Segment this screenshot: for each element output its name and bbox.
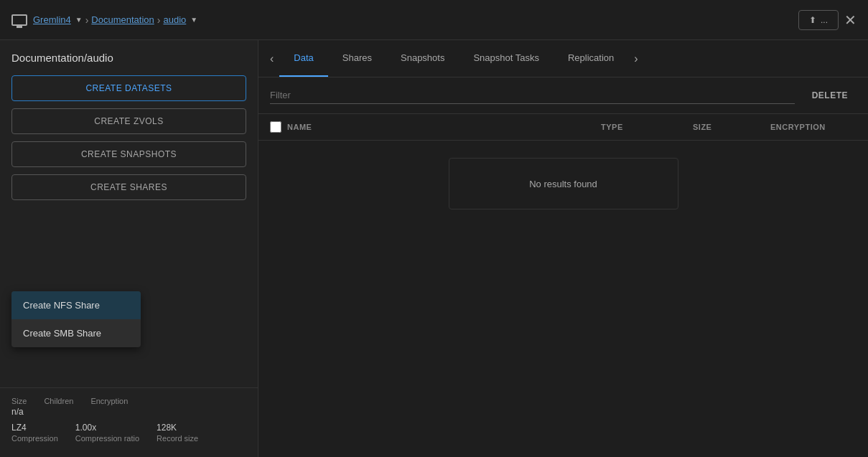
delete-button[interactable]: DELETE	[803, 86, 857, 105]
main-layout: Documentation/audio CREATE DATASETS CREA…	[0, 40, 868, 457]
record-size-cell: 128K Record size	[157, 423, 198, 443]
breadcrumb-sep2: ›	[157, 14, 161, 26]
filter-row: DELETE	[258, 77, 868, 114]
filter-input[interactable]	[270, 87, 795, 104]
col-name-header: NAME	[287, 123, 595, 131]
breadcrumb-sep1: ›	[85, 14, 89, 26]
breadcrumb-audio[interactable]: audio	[163, 14, 186, 25]
select-all-checkbox[interactable]	[270, 121, 281, 133]
compression-value: LZ4	[11, 423, 58, 433]
create-nfs-share-item[interactable]: Create NFS Share	[11, 291, 141, 319]
create-datasets-button[interactable]: CREATE DATASETS	[11, 75, 246, 101]
no-results-box: No results found	[449, 158, 678, 209]
breadcrumb-docs[interactable]: Documentation	[91, 14, 154, 25]
sidebar-info: Size n/a Children Encryption LZ4 Compres…	[0, 387, 258, 457]
create-shares-button[interactable]: CREATE SHARES	[11, 174, 246, 200]
size-label: Size	[11, 397, 27, 405]
upload-icon: ⬆	[809, 15, 816, 25]
col-type-header: TYPE	[601, 123, 687, 131]
col-size-header: SIZE	[693, 123, 765, 131]
record-size-value: 128K	[157, 423, 198, 433]
size-cell: Size n/a	[11, 397, 27, 417]
create-zvols-button[interactable]: CREATE ZVOLS	[11, 108, 246, 134]
upload-label: ...	[821, 15, 828, 25]
sidebar: Documentation/audio CREATE DATASETS CREA…	[0, 40, 258, 457]
children-cell: Children	[44, 397, 73, 417]
no-results-text: No results found	[529, 179, 597, 189]
upload-button[interactable]: ⬆ ...	[798, 10, 839, 30]
close-button[interactable]: ✕	[844, 11, 857, 29]
compression-cell: LZ4 Compression	[11, 423, 58, 443]
breadcrumb-server[interactable]: Gremlin4	[33, 14, 71, 25]
breadcrumb: Gremlin4 ▼ › Documentation › audio ▼	[33, 14, 793, 26]
encryption-cell: Encryption	[90, 397, 128, 417]
tabs-bar: ‹ Data Shares Snapshots Snapshot Tasks R…	[258, 40, 868, 77]
audio-dropdown-icon[interactable]: ▼	[190, 16, 197, 24]
compression-ratio-cell: 1.00x Compression ratio	[75, 423, 139, 443]
tab-next-button[interactable]: ›	[628, 40, 643, 77]
create-snapshots-button[interactable]: CREATE SNAPSHOTS	[11, 141, 246, 167]
compression-ratio-label: Compression ratio	[75, 434, 139, 443]
compression-ratio-value: 1.00x	[75, 423, 139, 433]
info-row-1: Size n/a Children Encryption	[11, 397, 246, 417]
record-size-label: Record size	[157, 434, 198, 443]
info-row-2: LZ4 Compression 1.00x Compression ratio …	[11, 423, 246, 443]
tab-snapshot-tasks[interactable]: Snapshot Tasks	[459, 40, 554, 77]
size-value: n/a	[11, 407, 27, 417]
tab-data[interactable]: Data	[279, 40, 327, 77]
tab-replication[interactable]: Replication	[554, 40, 628, 77]
children-label: Children	[44, 397, 73, 405]
monitor-icon	[11, 14, 27, 26]
col-encryption-header: ENCRYPTION	[770, 123, 857, 131]
tab-prev-button[interactable]: ‹	[264, 40, 279, 77]
tab-snapshots[interactable]: Snapshots	[386, 40, 459, 77]
no-results-container: No results found	[258, 141, 868, 457]
shares-dropdown-menu: Create NFS Share Create SMB Share	[11, 291, 141, 347]
encryption-label: Encryption	[90, 397, 128, 405]
table-header: NAME TYPE SIZE ENCRYPTION	[258, 114, 868, 141]
compression-label: Compression	[11, 434, 58, 443]
tab-shares[interactable]: Shares	[328, 40, 386, 77]
create-smb-share-item[interactable]: Create SMB Share	[11, 319, 141, 347]
sidebar-title: Documentation/audio	[11, 52, 246, 64]
content-area: ‹ Data Shares Snapshots Snapshot Tasks R…	[258, 40, 868, 457]
server-dropdown-icon[interactable]: ▼	[75, 16, 83, 24]
topbar: Gremlin4 ▼ › Documentation › audio ▼ ⬆ .…	[0, 0, 868, 40]
